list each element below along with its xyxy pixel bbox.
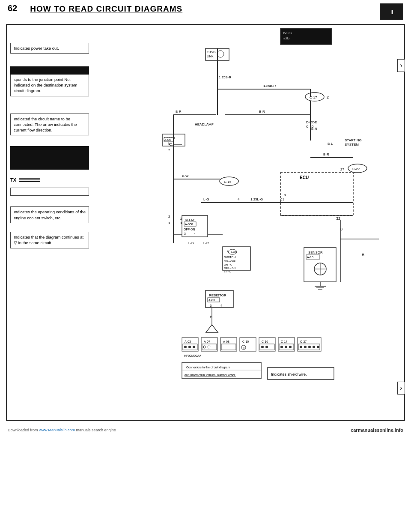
svg-text:Indicates shield wire.: Indicates shield wire. — [271, 372, 307, 377]
svg-text:61: 61 — [280, 197, 284, 201]
circuit-diagram-svg: Gates nt flo FUSIBLE LINK 1.25B-R 1.25B-… — [92, 25, 404, 419]
svg-text:A-060: A-060 — [185, 223, 193, 226]
svg-text:ON→OFF: ON→OFF — [224, 260, 235, 263]
svg-text:L-B: L-B — [188, 241, 194, 245]
annotation-junction: sponds to the junction point No. indicat… — [10, 66, 89, 96]
annotation-junction-header — [10, 66, 89, 74]
svg-text:1: 1 — [180, 221, 182, 225]
svg-text:B-L: B-L — [328, 142, 333, 146]
annotation-power-takeout: Indicates power take out. — [10, 43, 89, 54]
svg-text:3: 3 — [210, 304, 212, 308]
svg-text:2: 2 — [327, 95, 329, 99]
svg-point-133 — [308, 346, 311, 348]
svg-point-134 — [313, 346, 315, 348]
svg-text:A-05: A-05 — [164, 138, 171, 141]
svg-text:B-R: B-R — [176, 110, 182, 114]
svg-text:B-R: B-R — [259, 110, 265, 114]
svg-text:nt flo: nt flo — [283, 37, 289, 40]
svg-text:HF00M00AA: HF00M00AA — [184, 354, 201, 357]
svg-text:3: 3 — [184, 232, 186, 235]
svg-point-104 — [193, 346, 195, 348]
svg-text:B-R: B-R — [323, 152, 329, 156]
header-logo-text: ▐ — [390, 10, 393, 14]
svg-text:Gates: Gates — [283, 31, 292, 35]
footer-download-text: Downloaded from www.Manualslib.com manua… — [8, 428, 116, 432]
svg-text:RELAY: RELAY — [185, 218, 195, 221]
svg-text:A-08: A-08 — [223, 340, 229, 343]
svg-text:L-G: L-G — [203, 197, 209, 201]
svg-text:SWITCH: SWITCH — [224, 256, 236, 259]
svg-point-131 — [300, 346, 302, 348]
svg-text:B-W: B-W — [182, 174, 189, 178]
svg-text:L-R: L-R — [203, 241, 209, 245]
annotation-dark-block — [10, 146, 89, 170]
annotation-junction-text: sponds to the junction point No. indicat… — [10, 75, 89, 96]
svg-text:STARTING: STARTING — [345, 138, 362, 142]
header-logo-box: ▐ — [380, 3, 403, 20]
svg-marker-98 — [206, 325, 218, 332]
svg-text:1.25L-G: 1.25L-G — [250, 197, 263, 201]
svg-point-125 — [280, 346, 283, 348]
svg-point-126 — [285, 346, 287, 348]
svg-text:RESISTOR: RESISTOR — [209, 293, 226, 297]
svg-text:M: M — [170, 142, 172, 145]
svg-text:SYSTEM: SYSTEM — [345, 143, 359, 146]
page: 62 HOW TO READ CIRCUIT DIAGRAMS ▐ › › In… — [0, 0, 411, 532]
svg-text:C-16: C-16 — [262, 340, 268, 343]
annotation-tx-box — [10, 188, 89, 196]
top-left: 62 HOW TO READ CIRCUIT DIAGRAMS — [8, 3, 182, 14]
svg-text:C-10: C-10 — [242, 340, 249, 343]
page-number: 62 — [8, 3, 17, 13]
svg-text:SENSOR: SENSOR — [308, 251, 323, 254]
svg-text:Connectors in the circuit diag: Connectors in the circuit diagram — [186, 366, 230, 369]
svg-text:A-10: A-10 — [307, 256, 313, 259]
footer-watermark: carmanualssonline.info — [351, 427, 403, 433]
annotation-tx-lines — [19, 178, 40, 182]
svg-text:DIODE: DIODE — [306, 120, 317, 124]
svg-text:4: 4 — [238, 197, 240, 201]
svg-text:1: 1 — [168, 142, 170, 146]
svg-text:B-R: B-R — [311, 127, 317, 131]
svg-point-102 — [184, 346, 187, 348]
svg-text:A-07: A-07 — [204, 340, 210, 343]
annotation-current-flow-text: Indicated the circuit name to be connect… — [14, 117, 77, 133]
svg-text:8: 8 — [340, 227, 342, 231]
top-header: 62 HOW TO READ CIRCUIT DIAGRAMS ▐ — [0, 0, 411, 20]
svg-text:4: 4 — [194, 232, 196, 235]
svg-text:1.25B-R: 1.25B-R — [263, 84, 276, 88]
annotation-diagram-continues: Indicates that the diagram continues at … — [10, 232, 89, 248]
svg-text:27: 27 — [340, 167, 344, 171]
svg-text:ON: ON — [191, 228, 195, 231]
main-diagram-box: › › Indicates power take out. sponds to … — [6, 24, 405, 421]
svg-text:9: 9 — [284, 193, 286, 197]
svg-text:32: 32 — [336, 216, 340, 221]
svg-point-109 — [208, 346, 210, 348]
main-title: HOW TO READ CIRCUIT DIAGRAMS — [30, 4, 182, 14]
svg-text:B: B — [362, 253, 364, 257]
svg-text:OFF: OFF — [184, 228, 190, 231]
svg-text:ON→C: ON→C — [224, 263, 232, 266]
svg-text:OFF→ON: OFF→ON — [224, 267, 235, 269]
svg-point-127 — [289, 346, 292, 348]
svg-point-103 — [188, 346, 191, 348]
svg-text:A-07: A-07 — [231, 251, 236, 254]
svg-rect-39 — [280, 173, 353, 215]
svg-text:are indicated in terminal numb: are indicated in terminal number order. — [185, 374, 236, 377]
svg-text:2: 2 — [168, 148, 170, 152]
svg-point-108 — [203, 346, 206, 348]
footer-bar: Downloaded from www.Manualslib.com manua… — [0, 425, 411, 435]
annotation-operating-conditions-text: Indicates the operating conditions of th… — [14, 209, 86, 220]
svg-text:1.25B-R: 1.25B-R — [219, 75, 232, 79]
annotation-diagram-continues-text: Indicates that the diagram continues at … — [14, 235, 83, 245]
svg-text:ECU: ECU — [300, 175, 309, 180]
svg-text:HEADLAMP: HEADLAMP — [195, 123, 214, 126]
svg-text:2: 2 — [168, 215, 170, 218]
svg-text:C-16: C-16 — [224, 180, 232, 184]
svg-text:LINK: LINK — [207, 55, 214, 58]
svg-rect-0 — [280, 28, 332, 45]
svg-text:4: 4 — [220, 304, 223, 308]
svg-text:A-03: A-03 — [185, 340, 191, 343]
svg-point-135 — [317, 346, 319, 348]
footer-link[interactable]: www.Manualslib.com — [39, 428, 75, 432]
circuit-diagram-area: Gates nt flo FUSIBLE LINK 1.25B-R 1.25B-… — [92, 25, 404, 420]
